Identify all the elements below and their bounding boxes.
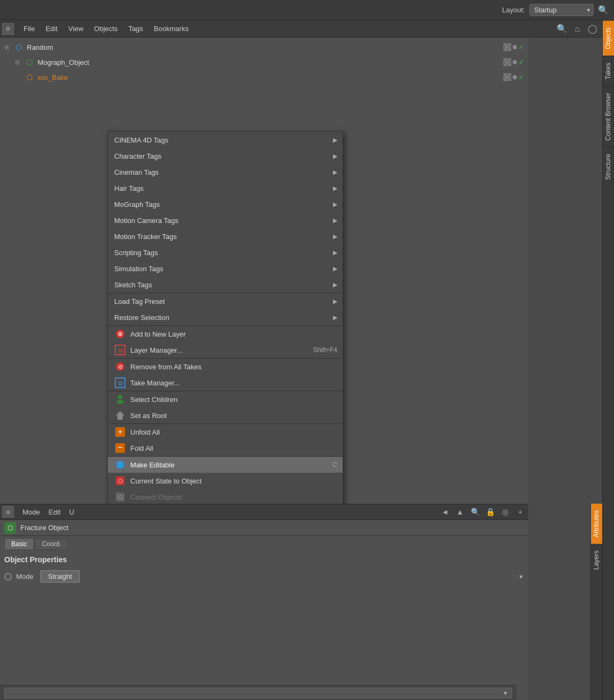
ctx-mograph-tags[interactable]: MoGraph Tags ▶: [108, 196, 343, 212]
check-marks-mograph: ✓: [504, 58, 524, 66]
svg-text:🌐: 🌐: [117, 462, 124, 468]
app-icon: ⊞: [2, 23, 14, 35]
ctx-hierarchy-section: Select Children Set as Root: [108, 391, 343, 424]
ctx-add-new-layer[interactable]: ⊕ Add to New Layer: [108, 326, 343, 342]
menu-file[interactable]: File: [18, 23, 40, 35]
expand-icon-xxxbake: ▶: [15, 74, 23, 81]
menu-edit[interactable]: Edit: [40, 23, 63, 35]
mode-dropdown-arrow[interactable]: ▼: [518, 574, 524, 580]
ctx-take-manager[interactable]: ▤ Take Manager...: [108, 375, 343, 391]
bottom-menu-u[interactable]: U: [65, 506, 78, 518]
tab-takes[interactable]: Takes: [603, 56, 614, 86]
straight-button[interactable]: Straight: [40, 570, 80, 583]
bottom-panel: ⊞ Mode Edit U ◄ ▲ 🔍 🔒 ◎ + ⬡ Fracture Obj…: [0, 504, 528, 700]
ctx-layer-section: ⊕ Add to New Layer ▤ Layer Manager... Sh…: [108, 326, 343, 359]
ctx-simulation-tags[interactable]: Simulation Tags ▶: [108, 260, 343, 277]
attributes-dropdown-arrow[interactable]: ▼: [502, 690, 508, 696]
bottom-menu-mode[interactable]: Mode: [18, 506, 45, 518]
menu-objects[interactable]: Objects: [88, 23, 123, 35]
ctx-arrow-2: ▶: [333, 169, 337, 176]
ctx-arrow-preset-1: ▶: [333, 314, 337, 321]
fold-all-icon: −: [114, 442, 126, 454]
ctx-set-root[interactable]: Set as Root: [108, 407, 343, 423]
ctx-arrow-9: ▶: [333, 281, 337, 288]
bottom-search-icon[interactable]: 🔍: [469, 506, 481, 518]
ctx-motion-tracker-tags[interactable]: Motion Tracker Tags ▶: [108, 228, 343, 244]
lock-icon[interactable]: 🔒: [484, 506, 496, 518]
layers-tab[interactable]: Layers: [591, 544, 602, 576]
tab-row: Basic Coord.: [0, 536, 528, 552]
ctx-cineman-tags[interactable]: Cineman Tags ▶: [108, 164, 343, 180]
ctx-layer-manager[interactable]: ▤ Layer Manager... Shift+F4: [108, 342, 343, 358]
set-root-icon: [114, 409, 126, 421]
check-box-2[interactable]: [504, 58, 511, 66]
ctx-load-tag-preset[interactable]: Load Tag Preset ▶: [108, 293, 343, 309]
ctx-character-tags[interactable]: Character Tags ▶: [108, 148, 343, 164]
object-row-xxxbake[interactable]: ▶ ⬡ xxx_Bake ✓: [0, 70, 528, 85]
sphere-icon[interactable]: ◯: [586, 23, 600, 35]
ctx-select-children[interactable]: Select Children: [108, 391, 343, 407]
ctx-make-editable[interactable]: 🌐 Make Editable C: [108, 457, 343, 473]
check-dot-2[interactable]: [513, 60, 517, 64]
svg-text:−: −: [117, 443, 122, 452]
layout-label: Layout:: [502, 6, 525, 14]
ctx-fold-all[interactable]: − Fold All: [108, 440, 343, 456]
tab-content-browser[interactable]: Content Browser: [603, 86, 614, 147]
mode-radio[interactable]: [4, 573, 12, 580]
ctx-arrow-8: ▶: [333, 265, 337, 272]
tab-basic[interactable]: Basic: [4, 538, 34, 550]
ctx-restore-selection[interactable]: Restore Selection ▶: [108, 309, 343, 325]
check-box-3[interactable]: [504, 73, 511, 81]
expand-icon-random[interactable]: ⊞: [4, 44, 12, 51]
add-icon[interactable]: +: [514, 506, 526, 518]
home-icon[interactable]: ⌂: [573, 23, 582, 35]
ctx-connect-objects: ⬡ Connect Objects: [108, 489, 343, 504]
ctx-cinema4d-tags[interactable]: CINEMA 4D Tags ▶: [108, 132, 343, 148]
top-search-icon[interactable]: 🔍: [598, 5, 609, 15]
ctx-fold-section: + Unfold All − Fold All: [108, 424, 343, 457]
ctx-unfold-all[interactable]: + Unfold All: [108, 424, 343, 440]
menu-bookmarks[interactable]: Bookmarks: [149, 23, 194, 35]
layout-select-wrap[interactable]: Startup: [529, 4, 594, 16]
menu-view[interactable]: View: [63, 23, 88, 35]
ctx-motion-camera-tags[interactable]: Motion Camera Tags ▶: [108, 212, 343, 228]
svg-text:⊘: ⊘: [118, 363, 123, 370]
object-row-mograph[interactable]: ⊞ ⬡ Mograph_Object ✓: [0, 55, 528, 70]
ctx-hair-tags[interactable]: Hair Tags ▶: [108, 180, 343, 196]
check-box-1[interactable]: [504, 43, 511, 51]
svg-point-14: [118, 395, 122, 399]
svg-text:⊕: ⊕: [117, 330, 123, 338]
check-green-1: ✓: [519, 43, 524, 51]
ctx-current-state[interactable]: ⬡ Current State to Object: [108, 473, 343, 489]
bottom-menu-right: ◄ ▲ 🔍 🔒 ◎ +: [439, 506, 526, 518]
menu-tags[interactable]: Tags: [123, 23, 148, 35]
check-dot-1[interactable]: [513, 45, 517, 49]
ctx-sketch-tags[interactable]: Sketch Tags ▶: [108, 277, 343, 293]
expand-icon-mograph[interactable]: ⊞: [15, 59, 23, 66]
object-properties-header: Object Properties: [0, 552, 528, 567]
fracture-row[interactable]: ⬡ Fracture Object: [0, 520, 528, 536]
svg-text:▤: ▤: [118, 347, 123, 353]
object-row-random[interactable]: ⊞ ⬡ Random ✓: [0, 40, 528, 55]
layout-dropdown[interactable]: Startup: [529, 4, 594, 16]
obj-icon-mograph: ⬡: [25, 57, 34, 67]
check-dot-3[interactable]: [513, 75, 517, 79]
tab-objects[interactable]: Objects: [603, 20, 614, 56]
ctx-preset-section: Load Tag Preset ▶ Restore Selection ▶: [108, 293, 343, 326]
attributes-tab[interactable]: Attributes: [591, 504, 602, 544]
tab-structure[interactable]: Structure: [603, 147, 614, 187]
play-icon[interactable]: ▲: [454, 506, 466, 518]
ctx-remove-takes[interactable]: ⊘ Remove from All Takes: [108, 359, 343, 375]
ctx-scripting-tags[interactable]: Scripting Tags ▶: [108, 244, 343, 260]
play-back-icon[interactable]: ◄: [439, 506, 451, 518]
ctx-tags-section: CINEMA 4D Tags ▶ Character Tags ▶ Cinema…: [108, 132, 343, 293]
right-tabs: Objects Takes Content Browser Structure: [602, 20, 614, 700]
objects-panel: ⊞ ⬡ Random ✓ ⊞ ⬡ Mograph_Object ✓: [0, 38, 528, 504]
bottom-app-icon: ⊞: [2, 506, 14, 518]
attributes-dropdown[interactable]: ▼: [4, 688, 512, 698]
bottom-menu-edit[interactable]: Edit: [45, 506, 65, 518]
target-icon[interactable]: ◎: [499, 506, 511, 518]
svg-marker-16: [116, 411, 124, 420]
tab-coord[interactable]: Coord.: [35, 538, 68, 550]
search-icon[interactable]: 🔍: [554, 23, 569, 35]
